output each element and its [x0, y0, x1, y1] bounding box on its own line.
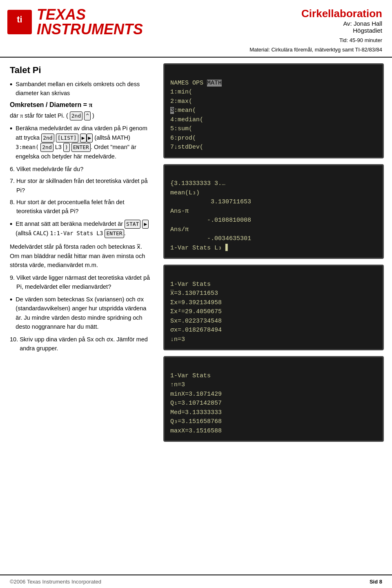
- bullet-list: Sambandet mellan en cirkels omkrets och …: [10, 80, 151, 98]
- material-info: Material: Cirkulära föremål, mätverktyg …: [249, 47, 382, 53]
- questions-list-3: 10. Skriv upp dina värden på Sx och σx. …: [10, 335, 151, 353]
- screen4-line5: Med=3.13333333: [170, 409, 222, 416]
- screen4-line3: minX=3.1071429: [170, 391, 222, 398]
- level: Högstadiet: [249, 27, 382, 34]
- question-7: 7. Hur stor är skillnaden från det teore…: [10, 176, 151, 195]
- svg-text:ti: ti: [17, 14, 22, 24]
- pi-note: där π står för talet Pi. ( 2nd ^ ): [10, 111, 151, 120]
- screen4-line1: 1-Var Stats: [170, 372, 211, 379]
- screen1-line2: 1:min(: [170, 89, 192, 96]
- screen3-line1: 1-Var Stats: [170, 281, 211, 288]
- author: Av: Jonas Hall: [249, 20, 382, 27]
- calc-screen-2: {3.13333333 3.… mean(L₃) 3.130711653 Ans…: [163, 164, 384, 259]
- time-info: Tid: 45-90 minuter: [249, 37, 382, 43]
- list-item-mean-text: Beräkna medelvärdet av dina värden på Pi…: [16, 124, 151, 161]
- screen2-line1: {3.13333333 3.…: [170, 180, 225, 187]
- screen1-line6: 5:sum(: [170, 125, 192, 132]
- formula: Omkretsen / Diametern = π: [10, 101, 151, 109]
- questions-list: 6. Vilket medelvärde får du? 7. Hur stor…: [10, 165, 151, 216]
- screen1-line7: 6:prod(: [170, 135, 196, 142]
- screen3-line6: σx=.0182678494: [170, 327, 222, 334]
- calc-screen-3: 1-Var Stats x̅=3.130711653 Σx=9.39213495…: [163, 265, 384, 350]
- questions-list-2: 9. Vilket värde ligger närmast det teore…: [10, 273, 151, 292]
- screen2-line5: -.0108810008: [170, 217, 251, 224]
- screen2-line8: 1-Var Stats L₃ ▋: [170, 245, 229, 252]
- page-footer: ©2006 Texas Instruments Incorporated Sid…: [0, 575, 392, 588]
- screen2-line4: Ans-π: [170, 208, 189, 215]
- question-10: 10. Skriv upp dina värden på Sx och σx. …: [10, 335, 151, 353]
- calc-screen-4: 1-Var Stats ↑n=3 minX=3.1071429 Q₁=3.107…: [163, 356, 384, 442]
- list-item-sx: De värden som betecknas Sx (variansen) o…: [10, 295, 151, 332]
- question-8: 8. Hur stort är det procentuella felet f…: [10, 198, 151, 216]
- medel-description: Medelvärdet står på första raden och bet…: [10, 242, 151, 270]
- screen1-line8: 7↓stdDev(: [170, 144, 203, 151]
- section-title: Talet Pi: [10, 65, 151, 76]
- company-name: Texas Instruments: [37, 7, 143, 37]
- copyright: ©2006 Texas Instruments Incorporated: [10, 579, 101, 585]
- screen3-line2: x̅=3.130711653: [170, 290, 218, 297]
- question-9: 9. Vilket värde ligger närmast det teore…: [10, 273, 151, 292]
- screen3-line7: ↓n=3: [170, 336, 185, 343]
- logo-area: ti Texas Instruments: [7, 7, 143, 37]
- list-item: Sambandet mellan en cirkels omkrets och …: [10, 80, 151, 98]
- screen2-line7: -.0034635301: [170, 235, 251, 242]
- bullet-list-4: De värden som betecknas Sx (variansen) o…: [10, 295, 151, 332]
- left-column: Talet Pi Sambandet mellan en cirkels omk…: [0, 58, 159, 448]
- screen4-line2: ↑n=3: [170, 381, 185, 388]
- right-column: NAMES OPS MATH 1:min( 2:max( 3:mean( 4:m…: [159, 58, 392, 448]
- screen4-line6: Q₃=3.151658768: [170, 418, 222, 425]
- document-title: Cirkellaboration: [249, 7, 382, 20]
- list-item-text: Sambandet mellan en cirkels omkrets och …: [16, 80, 151, 98]
- screen1-line4: 3:mean(: [170, 107, 196, 114]
- screen2-line2: mean(L₃): [170, 189, 200, 196]
- page-number: Sid 8: [370, 579, 382, 585]
- screen2-line6: Ans/π: [170, 226, 189, 233]
- ti-logo-icon: ti: [7, 10, 32, 34]
- screen2-line3: 3.130711653: [170, 198, 251, 205]
- screen1-line1: NAMES OPS MATH: [170, 80, 222, 87]
- calc-screen-1: NAMES OPS MATH 1:min( 2:max( 3:mean( 4:m…: [163, 63, 384, 158]
- screen4-line4: Q₁=3.107142857: [170, 400, 222, 407]
- screen1-line5: 4:median(: [170, 116, 203, 123]
- header-right: Cirkellaboration Av: Jonas Hall Högstadi…: [249, 7, 382, 53]
- screen3-line4: Σx²=29.4050675: [170, 308, 222, 315]
- screen4-line7: maxX=3.1516588: [170, 428, 222, 434]
- screen3-line3: Σx=9.392134958: [170, 299, 222, 306]
- main-content: Talet Pi Sambandet mellan en cirkels omk…: [0, 58, 392, 448]
- bullet-list-3: Ett annat sätt att beräkna medelvärdet ä…: [10, 219, 151, 238]
- question-6: 6. Vilket medelvärde får du?: [10, 165, 151, 174]
- screen3-line5: Sx=.0223734548: [170, 318, 222, 325]
- list-item-mean: Beräkna medelvärdet av dina värden på Pi…: [10, 124, 151, 161]
- bullet-list-2: Beräkna medelvärdet av dina värden på Pi…: [10, 124, 151, 161]
- list-item-stat: Ett annat sätt att beräkna medelvärdet ä…: [10, 219, 151, 238]
- page-header: ti Texas Instruments Cirkellaboration Av…: [0, 0, 392, 58]
- screen1-line3: 2:max(: [170, 98, 192, 105]
